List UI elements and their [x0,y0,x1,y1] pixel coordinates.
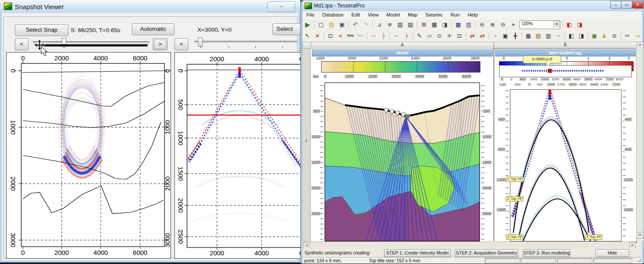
pointer-icon[interactable]: ↖ [303,31,312,41]
menu-help[interactable]: Help [463,11,482,19]
zoom-tool-icon[interactable]: ⊙ [435,31,444,41]
shift-left-icon[interactable]: ⇄ [468,31,477,41]
page-export-icon[interactable]: ◨ [440,20,450,30]
table-grid-icon[interactable]: ▦ [430,20,439,30]
percent-icon[interactable]: %% [346,31,355,41]
zoom-box-icon[interactable]: ⌖ [509,20,518,30]
cube-tool-icon[interactable]: ▧ [406,20,415,30]
panel-a-title[interactable]: Model [312,50,493,56]
scroll-down-icon[interactable]: ▼ [636,232,644,238]
line-style-icon[interactable]: ─ [369,31,378,41]
resize-grip-icon[interactable] [637,258,642,263]
tess-minimize-button[interactable]: – [610,1,621,9]
scroll-right-icon[interactable]: ► [629,242,636,249]
undo-icon[interactable]: ↶ [351,20,360,30]
x-tick: 1600 [530,77,538,81]
column-header-a[interactable]: A [311,42,494,49]
selected-shot-marker[interactable] [548,69,552,73]
frame-tool-icon[interactable]: ⊡ [326,31,335,41]
run-save-icon[interactable]: ◨ [575,20,585,30]
automatic-button[interactable]: Automatic [132,23,174,35]
select-snap-button[interactable]: Select Snap [15,24,69,36]
menu-database[interactable]: Database [319,11,348,19]
line-node-icon[interactable]: ┝ [379,31,388,41]
grid3-icon[interactable]: ▥ [544,31,553,41]
step3-button[interactable]: STEP 3: Run modeling > [523,249,570,257]
combo-dropdown-icon[interactable]: ▾ [553,21,560,27]
menu-seismic[interactable]: Seismic [421,11,447,19]
redo-icon[interactable]: ↷ [361,20,371,30]
save-export-icon[interactable]: ▣ [590,31,599,41]
menu-view[interactable]: View [364,11,383,19]
shift-right-icon[interactable]: ⇄ [478,31,487,41]
save-icon[interactable]: ▣ [337,20,347,30]
curve-tool-icon[interactable]: ↝ [633,31,642,41]
shot-tooltip-tail [546,63,550,66]
page-a-icon[interactable]: ◧ [567,31,576,41]
line-style2-icon[interactable]: ─ [392,31,401,41]
target-icon[interactable]: ╋ [511,31,520,41]
zoom-minus-icon[interactable]: ⊖ [498,20,508,30]
pick-pen-icon[interactable]: ✎ [415,31,424,41]
hide-button[interactable]: Hide [595,249,629,257]
event-label-1[interactable]: 1: Top, PP [506,177,523,182]
delete-icon[interactable]: ✕ [313,31,322,41]
menu-map[interactable]: Map [404,11,421,19]
source-prev-button[interactable]: < [174,38,188,50]
gather-view[interactable] [510,89,621,241]
model-view[interactable] [325,82,480,241]
source-slider-track[interactable] [194,41,298,43]
menu-edit[interactable]: Edit [348,11,364,19]
scroll-left-icon[interactable]: ◄ [303,242,310,249]
cut-icon[interactable]: ✂ [623,31,632,41]
cell-x-icon[interactable]: ▣ [501,31,510,41]
snap-next-button[interactable]: > [153,38,168,50]
minimize-button[interactable]: – [267,1,295,12]
hatch-tool-icon[interactable]: ▨ [395,20,405,30]
cell-small-icon[interactable]: ▫ [491,31,500,41]
source-slider-thumb[interactable] [198,37,203,47]
menu-file[interactable]: File [302,11,319,19]
v-scrollbar[interactable] [636,48,643,241]
gather-plot-panel[interactable]: 200040006000 200040006000 0 500 1000 150… [174,52,301,259]
percent-gray-icon[interactable]: %% [356,31,365,41]
menu-run[interactable]: Run [447,11,463,19]
rect-select-icon[interactable]: ▱ [425,31,434,41]
h-scrollbar[interactable] [302,241,636,249]
dashes-icon[interactable]: ┄ [554,31,563,41]
pan-tool-icon[interactable]: ✛ [445,31,454,41]
db-table-icon[interactable]: ▩ [453,20,463,30]
step2-button[interactable]: STEP 2: Acquisition Geometry > [455,249,518,257]
run-play-icon[interactable]: ▶ [303,20,312,30]
line-node2-icon[interactable]: ┝ [402,31,411,41]
zoom-out-icon[interactable]: ⊖ [477,20,487,30]
eraser-icon[interactable]: ⊘ [610,31,619,41]
snap-prev-button[interactable]: < [15,38,29,50]
step1-button[interactable]: STEP 1: Create Velocity Model > [384,249,451,257]
wiggle-tool-icon[interactable]: ≋ [385,20,394,30]
panel-b-title[interactable]: Md1+GathEP.sgy [495,50,636,56]
grid-add-icon[interactable]: ⊞ [419,20,429,30]
grid2-icon[interactable]: ▤ [534,31,543,41]
column-header-b[interactable]: B [494,42,637,49]
wavefield-plot-panel[interactable]: 02000 40006000 02000 40006000 0 1000 200… [6,52,171,259]
zoom-level-combo[interactable]: 100%▾ [519,20,560,29]
page-b-icon[interactable]: ◨ [577,31,586,41]
arcs-tool-icon[interactable]: ≈ [336,31,345,41]
grid1-icon[interactable]: ▦ [524,31,533,41]
open-folder-icon[interactable]: ▤ [327,20,336,30]
tess-maximize-button[interactable]: ▭ [621,1,632,9]
tess-close-button[interactable]: ✕ [632,1,644,9]
section-tool-icon[interactable]: ⊿ [375,20,384,30]
svg-text:4000: 4000 [93,249,108,256]
cursor-box-icon[interactable]: ⊡ [455,31,464,41]
new-doc-icon[interactable]: ▢ [316,20,326,30]
db-map-icon[interactable]: ▥ [464,20,473,30]
event-label-3[interactable]: 3: Top, PP [506,234,523,240]
event-label-2[interactable]: 2: Top, PP [506,196,523,201]
zoom-in-icon[interactable]: ⊕ [488,20,497,30]
person-icon[interactable]: ♟ [600,31,609,41]
run-model-icon[interactable]: ◧ [565,20,574,30]
menu-model[interactable]: Model [382,11,404,19]
event-label-3b[interactable]: 3: Top, PP [585,234,602,240]
